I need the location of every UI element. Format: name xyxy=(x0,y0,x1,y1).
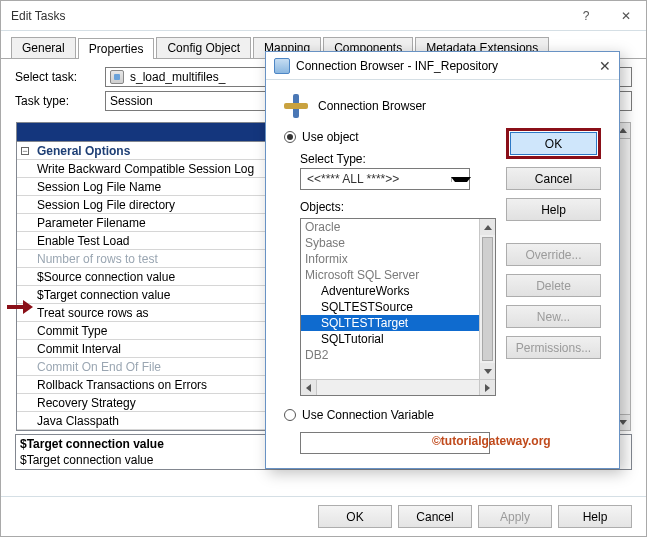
connection-browser-icon xyxy=(284,94,308,118)
grid-row: Commit On End Of File xyxy=(33,360,161,374)
dialog-titlebar: Connection Browser - INF_Repository ✕ xyxy=(266,52,619,80)
window-title: Edit Tasks xyxy=(11,9,566,23)
grid-row[interactable]: Enable Test Load xyxy=(33,234,130,248)
list-item-selected[interactable]: SQLTESTTarget xyxy=(301,315,479,331)
tab-properties[interactable]: Properties xyxy=(78,38,155,59)
new-button: New... xyxy=(506,305,601,328)
list-item[interactable]: AdventureWorks xyxy=(301,283,479,299)
list-hscrollbar[interactable] xyxy=(301,379,495,395)
list-item[interactable]: Informix xyxy=(301,251,479,267)
connection-browser-dialog: Connection Browser - INF_Repository ✕ Co… xyxy=(265,51,620,469)
ok-highlight: OK xyxy=(506,128,601,159)
use-conn-var-radio[interactable] xyxy=(284,409,296,421)
ok-button[interactable]: OK xyxy=(318,505,392,528)
grid-row[interactable]: Recovery Strategy xyxy=(33,396,136,410)
watermark-text: ©tutorialgateway.org xyxy=(432,434,551,448)
grid-row[interactable]: Parameter Filename xyxy=(33,216,146,230)
grid-row[interactable]: Session Log File directory xyxy=(33,198,175,212)
use-conn-var-label: Use Connection Variable xyxy=(302,408,434,422)
permissions-button: Permissions... xyxy=(506,336,601,359)
help-icon[interactable]: ? xyxy=(566,1,606,30)
titlebar: Edit Tasks ? ✕ xyxy=(1,1,646,31)
list-item[interactable]: DB2 xyxy=(301,347,479,363)
select-type-value: <<**** ALL ****>> xyxy=(301,172,451,186)
help-button[interactable]: Help xyxy=(558,505,632,528)
dialog-help-button[interactable]: Help xyxy=(506,198,601,221)
use-object-radio[interactable] xyxy=(284,131,296,143)
list-item[interactable]: Sybase xyxy=(301,235,479,251)
grid-row[interactable]: $Source connection value xyxy=(33,270,175,284)
task-type-label: Task type: xyxy=(15,94,105,108)
objects-listbox[interactable]: Oracle Sybase Informix Microsoft SQL Ser… xyxy=(300,218,496,396)
window-controls: ? ✕ xyxy=(566,1,646,30)
list-item[interactable]: Microsoft SQL Server xyxy=(301,267,479,283)
select-task-label: Select task: xyxy=(15,70,105,84)
grid-row[interactable]: Write Backward Compatible Session Log xyxy=(33,162,254,176)
grid-row-target-conn[interactable]: $Target connection value xyxy=(33,288,170,302)
list-item[interactable]: SQLTESTSource xyxy=(301,299,479,315)
grid-row[interactable]: Rollback Transactions on Errors xyxy=(33,378,207,392)
grid-row[interactable]: Commit Interval xyxy=(33,342,121,356)
delete-button: Delete xyxy=(506,274,601,297)
list-item[interactable]: Oracle xyxy=(301,219,479,235)
dialog-header: Connection Browser xyxy=(266,80,619,128)
annotation-arrow-icon xyxy=(3,300,25,309)
grid-row[interactable]: Commit Type xyxy=(33,324,107,338)
task-type-value: Session xyxy=(110,94,153,108)
list-vscrollbar[interactable] xyxy=(479,219,495,379)
chevron-down-icon[interactable] xyxy=(451,177,469,182)
tab-config-object[interactable]: Config Object xyxy=(156,37,251,58)
dialog-title: Connection Browser - INF_Repository xyxy=(296,59,599,73)
dialog-heading: Connection Browser xyxy=(318,99,426,113)
grid-row[interactable]: General Options xyxy=(33,144,130,158)
grid-row[interactable]: Session Log File Name xyxy=(33,180,161,194)
override-button: Override... xyxy=(506,243,601,266)
select-task-value: s_load_multifiles_ xyxy=(130,70,225,84)
dialog-title-icon xyxy=(274,58,290,74)
objects-label: Objects: xyxy=(300,200,496,214)
task-icon xyxy=(110,70,124,84)
select-type-combo[interactable]: <<**** ALL ****>> xyxy=(300,168,470,190)
grid-row[interactable]: Treat source rows as xyxy=(33,306,149,320)
cancel-button[interactable]: Cancel xyxy=(398,505,472,528)
dialog-ok-button[interactable]: OK xyxy=(510,132,597,155)
close-icon[interactable]: ✕ xyxy=(606,1,646,30)
select-type-label: Select Type: xyxy=(300,152,496,166)
dialog-close-icon[interactable]: ✕ xyxy=(599,58,611,74)
grid-row[interactable]: Java Classpath xyxy=(33,414,119,428)
use-object-label: Use object xyxy=(302,130,359,144)
dialog-cancel-button[interactable]: Cancel xyxy=(506,167,601,190)
footer-buttons: OK Cancel Apply Help xyxy=(1,496,646,536)
tab-general[interactable]: General xyxy=(11,37,76,58)
apply-button: Apply xyxy=(478,505,552,528)
grid-row: Number of rows to test xyxy=(33,252,158,266)
list-item[interactable]: SQLTutorial xyxy=(301,331,479,347)
